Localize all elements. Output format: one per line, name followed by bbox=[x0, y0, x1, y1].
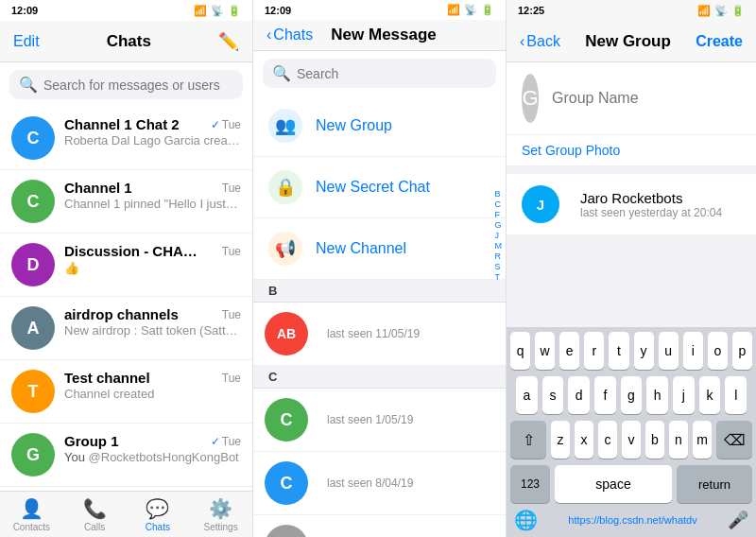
chat-info-t: Test channel Tue Channel created bbox=[64, 370, 241, 401]
wifi-icon-mid: 📡 bbox=[464, 4, 477, 16]
search-icon-left: 🔍 bbox=[19, 76, 38, 94]
key-n[interactable]: n bbox=[669, 421, 688, 459]
chat-info-g1: Group 1 ✓Tue You @RocketbotsHongKongBot bbox=[64, 433, 241, 464]
compose-icon[interactable]: ✏️ bbox=[218, 31, 239, 52]
tab-bar: 👤 Contacts 📞 Calls 💬 Chats ⚙️ Settings bbox=[0, 491, 252, 537]
status-time-right: 12:25 bbox=[518, 5, 544, 16]
status-icons-left: 📶 📡 🔋 bbox=[194, 5, 241, 17]
chat-time-a: Tue bbox=[222, 308, 241, 321]
keyboard-row-2: a s d f g h j k l bbox=[507, 372, 756, 416]
back-nav-right[interactable]: ‹ Back bbox=[520, 33, 560, 50]
contact-ab[interactable]: AB last seen 11/05/19 bbox=[253, 303, 506, 366]
chat-time-t: Tue bbox=[222, 372, 241, 385]
set-photo-button[interactable]: Set Group Photo bbox=[507, 134, 756, 166]
new-channel-item[interactable]: 📢 New Channel bbox=[253, 218, 506, 280]
edit-button[interactable]: Edit bbox=[13, 33, 40, 50]
contact-status-c1: last seen 1/05/19 bbox=[327, 413, 494, 426]
key-space[interactable]: space bbox=[555, 465, 672, 503]
avatar-a: A bbox=[11, 306, 55, 350]
signal-icon-right: 📶 bbox=[697, 5, 711, 17]
key-k[interactable]: k bbox=[699, 376, 721, 414]
key-s[interactable]: s bbox=[542, 376, 564, 414]
keyboard-row-3: ⇧ z x c v b n m ⌫ bbox=[507, 416, 756, 460]
chat-item-c2[interactable]: C Channel 1 Tue Channel 1 pinned "Hello … bbox=[0, 170, 252, 234]
key-f[interactable]: f bbox=[594, 376, 616, 414]
group-name-input[interactable] bbox=[552, 90, 741, 107]
key-q[interactable]: q bbox=[510, 332, 530, 370]
chat-preview-t: Channel created bbox=[64, 387, 241, 401]
chat-time-d: Tue bbox=[222, 245, 241, 258]
key-w[interactable]: w bbox=[535, 332, 555, 370]
key-j[interactable]: j bbox=[673, 376, 695, 414]
create-button[interactable]: Create bbox=[696, 33, 743, 50]
section-c: C bbox=[253, 366, 506, 389]
new-secret-item[interactable]: 🔒 New Secret Chat bbox=[253, 157, 506, 218]
tab-calls[interactable]: 📞 Calls bbox=[63, 492, 127, 537]
globe-icon[interactable]: 🌐 bbox=[514, 509, 538, 531]
battery-icon: 🔋 bbox=[228, 5, 241, 17]
battery-icon-right: 🔋 bbox=[731, 5, 745, 17]
back-button-right[interactable]: Back bbox=[526, 33, 560, 50]
key-return[interactable]: return bbox=[677, 465, 752, 503]
key-l[interactable]: l bbox=[725, 376, 747, 414]
bottom-url[interactable]: https://blog.csdn.net/whatdv bbox=[568, 514, 696, 526]
search-bar-left[interactable]: 🔍 bbox=[9, 70, 243, 99]
tab-contacts[interactable]: 👤 Contacts bbox=[0, 492, 63, 537]
key-x[interactable]: x bbox=[575, 421, 593, 459]
back-chevron-mid: ‹ bbox=[266, 26, 271, 43]
search-input-left[interactable] bbox=[43, 78, 233, 93]
chat-item-c1[interactable]: C Channel 1 Chat 2 ✓Tue Roberta Dal Lago… bbox=[0, 107, 252, 170]
member-info-jaro: Jaro Rocketbots last seen yesterday at 2… bbox=[580, 190, 741, 219]
key-e[interactable]: e bbox=[559, 332, 579, 370]
search-input-mid[interactable] bbox=[297, 66, 487, 81]
signal-icon: 📶 bbox=[194, 5, 207, 17]
key-b[interactable]: b bbox=[645, 421, 664, 459]
search-bar-mid[interactable]: 🔍 bbox=[263, 59, 496, 88]
contact-ic[interactable]: IC last seen 16/04/19 bbox=[253, 515, 506, 537]
wifi-icon: 📡 bbox=[211, 5, 224, 17]
key-o[interactable]: o bbox=[708, 332, 728, 370]
nav-bar-right: ‹ Back New Group Create bbox=[507, 21, 756, 62]
status-icons-right: 📶 📡 🔋 bbox=[697, 5, 745, 17]
key-g[interactable]: g bbox=[621, 376, 643, 414]
member-item-jaro[interactable]: J Jaro Rocketbots last seen yesterday at… bbox=[507, 174, 756, 235]
member-section: J Jaro Rocketbots last seen yesterday at… bbox=[507, 174, 756, 235]
new-group-item[interactable]: 👥 New Group bbox=[253, 95, 506, 157]
key-c[interactable]: c bbox=[598, 421, 617, 459]
new-channel-label: New Channel bbox=[316, 240, 406, 257]
key-t[interactable]: t bbox=[609, 332, 628, 370]
chat-item-t[interactable]: T Test channel Tue Channel created bbox=[0, 360, 252, 424]
avatar-cmid1: C bbox=[265, 398, 308, 442]
back-button-mid[interactable]: Chats bbox=[273, 26, 313, 43]
avatar-t: T bbox=[11, 370, 55, 413]
key-u[interactable]: u bbox=[659, 332, 679, 370]
key-h[interactable]: h bbox=[646, 376, 668, 414]
key-i[interactable]: i bbox=[683, 332, 703, 370]
key-num[interactable]: 123 bbox=[510, 465, 550, 503]
key-v[interactable]: v bbox=[622, 421, 641, 459]
key-m[interactable]: m bbox=[693, 421, 712, 459]
chat-item-a[interactable]: A airdrop channels Tue New airdrop : Sat… bbox=[0, 297, 252, 360]
back-nav-mid[interactable]: ‹ Chats bbox=[266, 26, 313, 43]
right-panel: 12:25 📶 📡 🔋 ‹ Back New Group Create G Se… bbox=[507, 0, 756, 537]
key-d[interactable]: d bbox=[568, 376, 590, 414]
chat-time-g1: ✓Tue bbox=[211, 435, 241, 448]
key-p[interactable]: p bbox=[732, 332, 752, 370]
chat-name-c2: Channel 1 bbox=[64, 180, 132, 196]
tab-chats[interactable]: 💬 Chats bbox=[127, 492, 190, 537]
tab-settings[interactable]: ⚙️ Settings bbox=[189, 492, 252, 537]
chat-preview-g1: You @RocketbotsHongKongBot bbox=[64, 450, 241, 464]
contact-c2[interactable]: C last seen 8/04/19 bbox=[253, 452, 506, 515]
chat-item-d[interactable]: D Discussion - CHANNEL 1 🔔 Tue 👍 bbox=[0, 234, 252, 297]
key-y[interactable]: y bbox=[634, 332, 654, 370]
chat-item-g1[interactable]: G Group 1 ✓Tue You @RocketbotsHongKongBo… bbox=[0, 424, 252, 487]
key-a[interactable]: a bbox=[516, 376, 538, 414]
mic-icon[interactable]: 🎤 bbox=[728, 510, 748, 530]
contact-c1[interactable]: C last seen 1/05/19 bbox=[253, 389, 506, 452]
key-z[interactable]: z bbox=[551, 421, 570, 459]
key-shift[interactable]: ⇧ bbox=[510, 421, 546, 459]
chats-icon: 💬 bbox=[146, 497, 169, 520]
key-r[interactable]: r bbox=[584, 332, 604, 370]
key-delete[interactable]: ⌫ bbox=[716, 421, 752, 459]
tab-contacts-label: Contacts bbox=[13, 522, 50, 532]
